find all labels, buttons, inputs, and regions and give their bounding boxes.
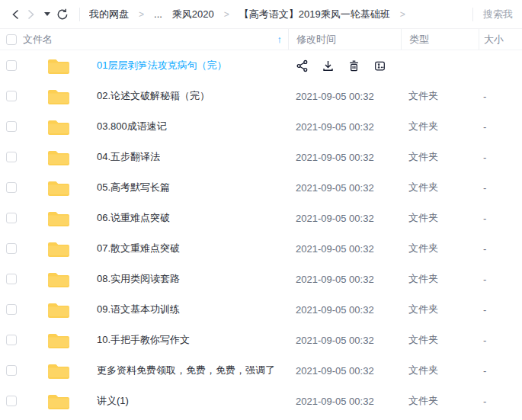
breadcrumb-item[interactable]: 我的网盘 (89, 8, 129, 21)
folder-icon (47, 393, 70, 409)
row-checkbox[interactable] (6, 213, 17, 223)
file-name-link[interactable]: 05.高考默写长篇 (97, 181, 170, 194)
search-input[interactable]: 搜索我 (472, 0, 513, 29)
table-row[interactable]: 04.五步翻译法 2021-09-05 00:32 文件夹 - (0, 142, 522, 172)
size-cell: - (479, 274, 522, 285)
folder-icon (47, 302, 70, 318)
modified-cell: 2021-09-05 00:32 (288, 243, 401, 255)
table-header: 文件名 ↑ 修改时间 类型 大小 (0, 29, 522, 50)
file-name-link[interactable]: 07.散文重难点突破 (97, 242, 180, 255)
file-name-link[interactable]: 02.论述文破解秘籍（完） (97, 89, 210, 103)
breadcrumb-separator: > (139, 9, 144, 20)
breadcrumb-item[interactable]: ... (154, 8, 162, 20)
name-cell: 04.五步翻译法 (0, 149, 288, 165)
file-name-link[interactable]: 03.800成语速记 (97, 120, 167, 133)
share-icon[interactable] (296, 59, 309, 72)
modified-cell: 2021-09-05 00:32 (288, 121, 401, 133)
row-action-icons (296, 59, 401, 72)
name-cell: 05.高考默写长篇 (0, 180, 288, 196)
breadcrumb-item[interactable]: 【高考语文】2019乘风一轮基础班 (239, 8, 390, 21)
name-cell: 07.散文重难点突破 (0, 241, 288, 257)
type-cell: 文件夹 (401, 394, 479, 408)
row-checkbox[interactable] (6, 243, 17, 254)
table-row[interactable]: 讲义(1) 2021-09-05 00:32 文件夹 - (0, 386, 522, 416)
size-cell: - (479, 304, 522, 316)
table-row[interactable]: 更多资料免费领取，免费，免费，强调了 2021-09-05 00:32 文件夹 … (0, 355, 522, 386)
sort-ascending-icon[interactable]: ↑ (277, 34, 283, 45)
name-cell: 03.800成语速记 (0, 119, 288, 135)
download-icon[interactable] (322, 59, 335, 72)
header-type-label[interactable]: 类型 (401, 29, 479, 50)
table-row[interactable]: 03.800成语速记 2021-09-05 00:32 文件夹 - (0, 111, 522, 142)
size-cell: - (479, 182, 522, 194)
table-row[interactable]: 02.论述文破解秘籍（完） 2021-09-05 00:32 文件夹 - (0, 81, 522, 111)
table-row[interactable]: 10.手把手教你写作文 2021-09-05 00:32 文件夹 - (0, 325, 522, 355)
delete-icon[interactable] (347, 59, 360, 72)
size-cell: - (479, 396, 522, 407)
type-cell: 文件夹 (401, 242, 479, 255)
search-placeholder: 搜索我 (483, 8, 513, 21)
file-name-link[interactable]: 08.实用类阅读套路 (97, 272, 180, 286)
folder-icon (47, 58, 70, 74)
folder-icon (47, 271, 70, 287)
size-cell: - (479, 121, 522, 133)
size-cell: - (479, 335, 522, 346)
modified-cell: 2021-09-05 00:32 (288, 213, 401, 224)
modified-cell: 2021-09-05 00:32 (288, 152, 401, 163)
file-name-link[interactable]: 更多资料免费领取，免费，免费，强调了 (97, 364, 275, 377)
row-checkbox[interactable] (6, 335, 17, 345)
toolbar: 我的网盘>...乘风2020>【高考语文】2019乘风一轮基础班> 搜索我 (0, 0, 522, 29)
rename-icon[interactable] (373, 59, 386, 72)
row-checkbox[interactable] (6, 121, 17, 132)
table-row[interactable]: 07.散文重难点突破 2021-09-05 00:32 文件夹 - (0, 233, 522, 264)
breadcrumb: 我的网盘>...乘风2020>【高考语文】2019乘风一轮基础班> (89, 8, 522, 21)
file-name-link[interactable]: 09.语文基本功训练 (97, 303, 180, 316)
breadcrumb-separator: > (400, 9, 405, 20)
name-cell: 09.语文基本功训练 (0, 302, 288, 318)
file-name-link[interactable]: 10.手把手教你写作文 (97, 333, 190, 347)
row-checkbox[interactable] (6, 365, 17, 376)
size-cell: - (479, 152, 522, 163)
header-size-label[interactable]: 大小 (479, 29, 522, 50)
folder-icon (47, 332, 70, 348)
row-checkbox[interactable] (6, 396, 17, 406)
toolbar-divider (79, 8, 80, 21)
table-row[interactable]: 09.语文基本功训练 2021-09-05 00:32 文件夹 - (0, 294, 522, 325)
refresh-icon[interactable] (55, 7, 70, 22)
name-cell: 10.手把手教你写作文 (0, 332, 288, 348)
type-cell: 文件夹 (401, 303, 479, 316)
breadcrumb-item[interactable]: 乘风2020 (172, 8, 214, 21)
file-name-link[interactable]: 01层层剥笋法攻克病句（完） (97, 59, 226, 72)
row-checkbox[interactable] (6, 304, 17, 315)
modified-cell: 2021-09-05 00:32 (288, 365, 401, 377)
header-name-label[interactable]: 文件名 (23, 33, 53, 46)
size-cell: - (479, 213, 522, 224)
size-cell: - (479, 91, 522, 102)
select-all-checkbox[interactable] (6, 34, 17, 45)
table-row[interactable]: 08.实用类阅读套路 2021-09-05 00:32 文件夹 - (0, 264, 522, 294)
table-row[interactable]: 01层层剥笋法攻克病句（完） (0, 50, 522, 81)
folder-icon (47, 119, 70, 135)
table-row[interactable]: 06.说重难点突破 2021-09-05 00:32 文件夹 - (0, 203, 522, 233)
folder-icon (47, 88, 70, 104)
file-name-link[interactable]: 04.五步翻译法 (97, 150, 160, 164)
row-checkbox[interactable] (6, 274, 17, 284)
row-checkbox[interactable] (6, 60, 17, 71)
folder-icon (47, 210, 70, 226)
file-name-link[interactable]: 06.说重难点突破 (97, 211, 170, 225)
row-checkbox[interactable] (6, 152, 17, 162)
file-name-link[interactable]: 讲义(1) (97, 394, 129, 408)
name-cell: 01层层剥笋法攻克病句（完） (0, 58, 288, 74)
row-checkbox[interactable] (6, 91, 17, 101)
history-dropdown-icon[interactable] (44, 12, 50, 16)
file-list: 01层层剥笋法攻克病句（完） 02.论述文破解秘籍（完） 2021-09-05 … (0, 50, 522, 416)
header-modified-label[interactable]: 修改时间 (288, 29, 401, 50)
back-icon[interactable] (8, 7, 23, 22)
folder-icon (47, 363, 70, 379)
modified-cell: 2021-09-05 00:32 (288, 396, 401, 407)
folder-icon (47, 180, 70, 196)
forward-icon[interactable] (23, 7, 38, 22)
type-cell: 文件夹 (401, 211, 479, 225)
table-row[interactable]: 05.高考默写长篇 2021-09-05 00:32 文件夹 - (0, 172, 522, 203)
row-checkbox[interactable] (6, 182, 17, 193)
